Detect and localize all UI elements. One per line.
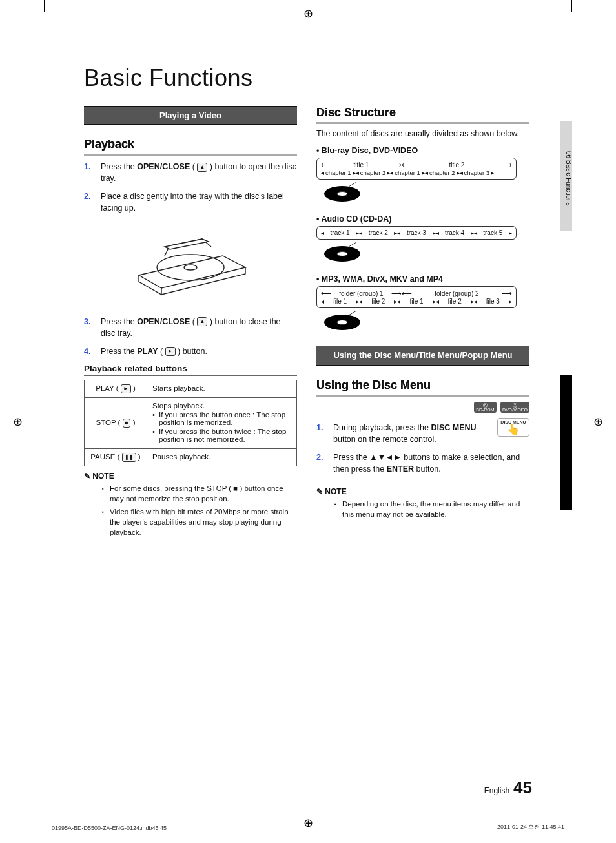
stop-icon: ■ (123, 419, 131, 428)
ds-cd-head: Audio CD (CD-DA) (316, 214, 529, 224)
step-number: 1. (316, 422, 327, 445)
list-item: 2. Place a disc gently into the tray wit… (84, 191, 297, 214)
list-item: 3. Press the OPEN/CLOSE ( ▲ ) button to … (84, 316, 297, 339)
play-icon: ► (165, 347, 176, 356)
registration-mark-top: ⊕ (303, 6, 313, 21)
print-footer-right: 2011-01-24 오전 11:45:41 (497, 823, 564, 831)
page-footer: English45 (484, 778, 532, 798)
svg-point-3 (337, 192, 347, 196)
step-number: 2. (316, 452, 327, 475)
note-list-right: Depending on the disc, the menu items ma… (316, 499, 529, 519)
list-item: 1. During playback, press the DISC MENU … (316, 422, 492, 445)
ds-file-diagram: ⟵ folder (group) 1 ⟶⟵ folder (group) 2 ⟶… (316, 286, 517, 308)
table-row: STOP ( ■ ) Stops playback. If you press … (85, 397, 297, 448)
ds-file-head: MP3, WMA, DivX, MKV and MP4 (316, 275, 529, 284)
list-item: If you press the button twice : The stop… (152, 428, 291, 443)
disc-icon (323, 241, 529, 269)
side-black-bar (560, 375, 572, 510)
disc-icon (323, 181, 529, 209)
table-row: PAUSE ( ❚❚ ) Pauses playback. (85, 448, 297, 466)
disc-icon (323, 309, 529, 338)
svg-point-7 (337, 320, 347, 325)
svg-point-1 (184, 265, 197, 270)
remote-disc-menu-icon: DISC MENU 👆 (497, 418, 529, 437)
heading-disc-structure: Disc Structure (316, 106, 529, 124)
crop-tick (571, 0, 572, 12)
disc-structure-intro: The content of discs are usually divided… (316, 128, 529, 140)
play-icon: ► (121, 384, 131, 393)
svg-point-0 (157, 255, 224, 280)
svg-point-5 (337, 252, 347, 256)
eject-icon: ▲ (197, 317, 207, 326)
ds-bd-head: Blu-ray Disc, DVD-VIDEO (316, 146, 529, 155)
subheading-playback-buttons: Playback related buttons (84, 364, 297, 376)
note-heading: NOTE (84, 472, 297, 481)
banner-disc-menu: Using the Disc Menu/Title Menu/Popup Men… (316, 346, 529, 366)
step-number: 2. (84, 191, 94, 214)
eject-icon: ▲ (197, 163, 207, 172)
crop-tick (44, 0, 45, 12)
list-item: 4. Press the PLAY ( ► ) button. (84, 346, 297, 357)
step-number: 1. (84, 161, 94, 184)
banner-playing-video: Playing a Video (84, 106, 297, 125)
playback-steps: 1. Press the OPEN/CLOSE ( ▲ ) button to … (84, 161, 297, 214)
registration-mark-left: ⊕ (13, 415, 23, 429)
playback-buttons-table: PLAY ( ► ) Starts playback. STOP ( ■ ) S… (84, 380, 297, 466)
ds-bd-diagram: ⟵ title 1 ⟶⟵ title 2 ⟶ ◂chapter 1▸◂chapt… (316, 158, 517, 180)
ds-cd-diagram: ◂track 1▸◂track 2▸◂track 3▸◂track 4▸◂tra… (316, 226, 517, 240)
step-number: 4. (84, 346, 94, 357)
note-heading: NOTE (316, 487, 529, 496)
disc-tray-illustration (126, 221, 255, 308)
registration-mark-bottom: ⊕ (303, 816, 313, 830)
playback-steps-cont: 3. Press the OPEN/CLOSE ( ▲ ) button to … (84, 316, 297, 357)
page-title: Basic Functions (84, 65, 545, 92)
table-row: PLAY ( ► ) Starts playback. (85, 380, 297, 397)
badge-bdrom: ⓗBD-ROM (474, 402, 496, 413)
list-item: 2. Press the ▲▼◄► buttons to make a sele… (316, 452, 529, 475)
print-footer-left: 01995A-BD-D5500-ZA-ENG-0124.indb45 45 (52, 825, 167, 831)
list-item: Video files with high bit rates of 20Mbp… (102, 506, 297, 537)
list-item: Depending on the disc, the menu items ma… (334, 499, 529, 519)
step-number: 3. (84, 316, 94, 339)
badge-dvdvideo: ⓩDVD-VIDEO (500, 402, 529, 413)
list-item: If you press the button once : The stop … (152, 411, 291, 426)
list-item: 1. Press the OPEN/CLOSE ( ▲ ) button to … (84, 161, 297, 184)
side-tab: 06 Basic Functions (560, 121, 572, 231)
pause-icon: ❚❚ (122, 453, 136, 462)
note-list-left: For some discs, pressing the STOP ( ■ ) … (84, 483, 297, 537)
heading-using-disc-menu: Using the Disc Menu (316, 379, 529, 397)
format-badges: ⓗBD-ROM ⓩDVD-VIDEO (473, 402, 529, 414)
registration-mark-right: ⊕ (593, 415, 603, 429)
list-item: For some discs, pressing the STOP ( ■ ) … (102, 483, 297, 504)
heading-playback: Playback (84, 138, 297, 156)
